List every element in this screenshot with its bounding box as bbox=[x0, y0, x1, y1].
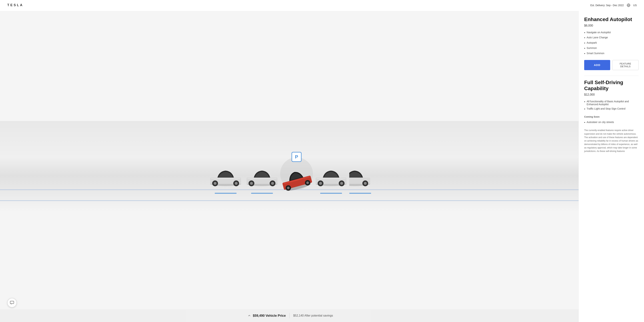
car-item-1 bbox=[208, 163, 244, 194]
svg-rect-9 bbox=[211, 178, 240, 179]
right-panel: Enhanced Autopilot $6,000 Navigate on Au… bbox=[578, 11, 644, 322]
fsd-feature-traffic: Traffic Light and Stop Sign Control bbox=[584, 106, 638, 112]
coming-soon-autosteer: Autosteer on city streets bbox=[584, 120, 638, 125]
main-content: P bbox=[0, 11, 578, 322]
chat-icon bbox=[10, 301, 14, 305]
car-indicator-5 bbox=[349, 193, 371, 194]
region-label: US bbox=[633, 4, 637, 7]
svg-rect-16 bbox=[248, 178, 276, 179]
feature-navigate: Navigate on Autopilot bbox=[584, 30, 638, 35]
price-bar-toggle[interactable] bbox=[246, 312, 253, 319]
white-car-svg-5 bbox=[349, 163, 371, 192]
page-layout: P bbox=[0, 0, 644, 322]
white-car-svg-1 bbox=[208, 163, 244, 192]
road-bottom bbox=[0, 200, 578, 201]
header: TESLA Est. Delivery: Sep - Dec 2022 US bbox=[0, 0, 644, 10]
car-item-5 bbox=[349, 163, 371, 194]
svg-point-29 bbox=[340, 182, 343, 185]
action-buttons: ADD FEATURE DETAILS bbox=[584, 60, 638, 70]
car-indicator-4 bbox=[320, 193, 342, 194]
feature-summon: Summon bbox=[584, 46, 638, 51]
tesla-logo: TESLA bbox=[7, 3, 24, 7]
fsd-feature-all: All functionality of Basic Autopilot and… bbox=[584, 99, 638, 106]
svg-point-6 bbox=[214, 182, 216, 185]
svg-point-36 bbox=[364, 182, 367, 185]
car-indicator-1 bbox=[215, 193, 236, 194]
chevron-up-icon bbox=[248, 314, 251, 318]
fsd-title: Full Self-Driving Capability bbox=[584, 79, 638, 92]
feature-lane-change: Auto Lane Change bbox=[584, 35, 638, 40]
svg-point-8 bbox=[235, 182, 238, 185]
coming-soon-label: Coming Soon bbox=[584, 115, 638, 118]
car-item-2 bbox=[244, 163, 280, 194]
enhanced-autopilot-features: Navigate on Autopilot Auto Lane Change A… bbox=[584, 30, 638, 56]
after-savings: $52,140 After potential savings bbox=[293, 314, 333, 317]
svg-point-27 bbox=[319, 182, 322, 185]
white-car-svg-4 bbox=[313, 163, 349, 192]
car-indicator-2 bbox=[251, 193, 273, 194]
center-car-area: P bbox=[280, 166, 313, 194]
svg-rect-37 bbox=[10, 301, 14, 304]
disclaimer-text: The currently enabled features require a… bbox=[584, 129, 638, 153]
price-divider bbox=[290, 313, 290, 318]
add-button[interactable]: ADD bbox=[584, 60, 610, 70]
feature-autopark: Autopark bbox=[584, 40, 638, 46]
car-scene: P bbox=[0, 121, 578, 212]
header-right: Est. Delivery: Sep - Dec 2022 US bbox=[590, 3, 637, 7]
parking-sign: P bbox=[292, 152, 302, 162]
enhanced-autopilot-price: $6,000 bbox=[584, 24, 638, 27]
chat-button[interactable] bbox=[7, 298, 17, 308]
globe-icon[interactable] bbox=[627, 3, 630, 7]
feature-smart-summon: Smart Summon bbox=[584, 51, 638, 56]
svg-point-13 bbox=[250, 182, 253, 185]
white-car-svg-2 bbox=[244, 163, 280, 192]
coming-soon-features: Autosteer on city streets bbox=[584, 120, 638, 125]
price-bar: $59,490 Vehicle Price $52,140 After pote… bbox=[0, 309, 578, 322]
svg-point-15 bbox=[271, 182, 274, 185]
svg-rect-30 bbox=[316, 178, 346, 179]
car-item-4 bbox=[313, 163, 349, 194]
fsd-features: All functionality of Basic Autopilot and… bbox=[584, 99, 638, 112]
feature-details-button[interactable]: FEATURE DETAILS bbox=[612, 60, 639, 70]
cars-row: P bbox=[0, 139, 578, 194]
delivery-estimate: Est. Delivery: Sep - Dec 2022 bbox=[590, 4, 624, 7]
enhanced-autopilot-title: Enhanced Autopilot bbox=[584, 16, 638, 22]
vehicle-price: $59,490 Vehicle Price bbox=[253, 314, 286, 318]
fsd-price: $12,000 bbox=[584, 93, 638, 96]
